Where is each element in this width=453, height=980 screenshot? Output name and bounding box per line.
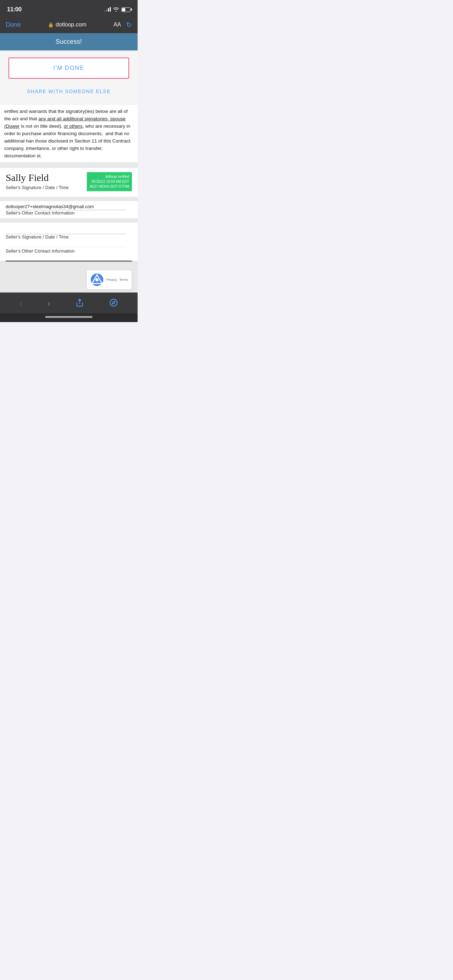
recaptcha-badge: Privacy · Terms bbox=[86, 270, 132, 290]
text-size-button[interactable]: AA bbox=[114, 22, 121, 28]
lock-icon: 🔒 bbox=[48, 22, 54, 27]
verified-line2: 05/25/22 10:59 AM EDT bbox=[90, 179, 129, 184]
wifi-icon bbox=[113, 7, 119, 13]
seller-contact-label-2: Seller's Other Contact Information bbox=[6, 248, 132, 254]
divider-wrapper bbox=[0, 261, 138, 267]
action-area: I'M DONE SHARE WITH SOMEONE ELSE bbox=[0, 51, 138, 104]
share-button[interactable] bbox=[71, 297, 88, 310]
recaptcha-text: Privacy · Terms bbox=[106, 278, 128, 282]
share-with-someone-button[interactable]: SHARE WITH SOMEONE ELSE bbox=[8, 84, 129, 99]
success-banner: Success! bbox=[0, 33, 138, 51]
recaptcha-area: Privacy · Terms bbox=[0, 267, 138, 293]
refresh-button[interactable]: ↻ bbox=[126, 21, 132, 29]
contact-field-line-2 bbox=[6, 247, 126, 247]
verified-line3: AE37-MO04-iSO7-KTHM bbox=[90, 184, 129, 189]
nav-actions: AA ↻ bbox=[114, 21, 132, 29]
signature-label: Seller's Signature / Date / Time bbox=[6, 185, 69, 190]
done-button[interactable]: Done bbox=[6, 21, 21, 29]
contact-email: dotlooper27+steelmagnolias34@gmail.com bbox=[6, 204, 132, 209]
document-section: ertifies and warrants that the signatory… bbox=[0, 104, 138, 293]
url-bar[interactable]: 🔒 dotloop.com bbox=[48, 22, 86, 28]
section-divider bbox=[6, 261, 132, 261]
im-done-button[interactable]: I'M DONE bbox=[8, 57, 129, 79]
verified-line1: dotloop verified bbox=[90, 174, 129, 179]
contact-block-2: Seller's Other Contact Information bbox=[0, 247, 138, 254]
home-bar bbox=[45, 316, 92, 318]
status-time: 11:00 bbox=[7, 6, 22, 13]
contact-label: Seller's Other Contact Information bbox=[6, 210, 132, 216]
home-indicator bbox=[0, 313, 138, 322]
success-text: Success! bbox=[56, 38, 82, 45]
forward-button[interactable]: › bbox=[43, 298, 54, 310]
status-bar: 11:00 bbox=[0, 0, 138, 18]
browser-nav-bar: Done 🔒 dotloop.com AA ↻ bbox=[0, 18, 138, 33]
seller-sig-label-2: Seller's Signature / Date / Time bbox=[6, 234, 132, 240]
contact-block-1: dotlooper27+steelmagnolias34@gmail.com S… bbox=[0, 201, 138, 218]
recaptcha-logo-icon bbox=[90, 273, 104, 286]
svg-point-3 bbox=[110, 299, 117, 306]
battery-icon bbox=[121, 7, 130, 12]
status-icons bbox=[105, 7, 130, 13]
spacer-3 bbox=[0, 218, 138, 223]
signature-left: Sally Field Seller's Signature / Date / … bbox=[6, 172, 69, 190]
spacer-1 bbox=[0, 162, 138, 168]
signature-block: Sally Field Seller's Signature / Date / … bbox=[0, 168, 138, 197]
svg-marker-4 bbox=[112, 301, 115, 304]
empty-signature-block: Seller's Signature / Date / Time bbox=[0, 223, 138, 247]
spacer-2 bbox=[0, 197, 138, 201]
dotloop-verified-badge: dotloop verified 05/25/22 10:59 AM EDT A… bbox=[87, 172, 132, 191]
back-button[interactable]: ‹ bbox=[16, 298, 27, 310]
signature-name: Sally Field bbox=[6, 172, 69, 183]
recaptcha-privacy-link[interactable]: Privacy · Terms bbox=[106, 278, 128, 282]
document-text-block: ertifies and warrants that the signatory… bbox=[0, 104, 138, 162]
spacer-before-divider bbox=[0, 254, 138, 261]
signal-icon bbox=[105, 7, 111, 12]
browser-toolbar: ‹ › bbox=[0, 293, 138, 313]
compass-button[interactable] bbox=[105, 297, 122, 310]
url-text: dotloop.com bbox=[56, 22, 86, 28]
document-paragraph: ertifies and warrants that the signatory… bbox=[4, 108, 134, 159]
